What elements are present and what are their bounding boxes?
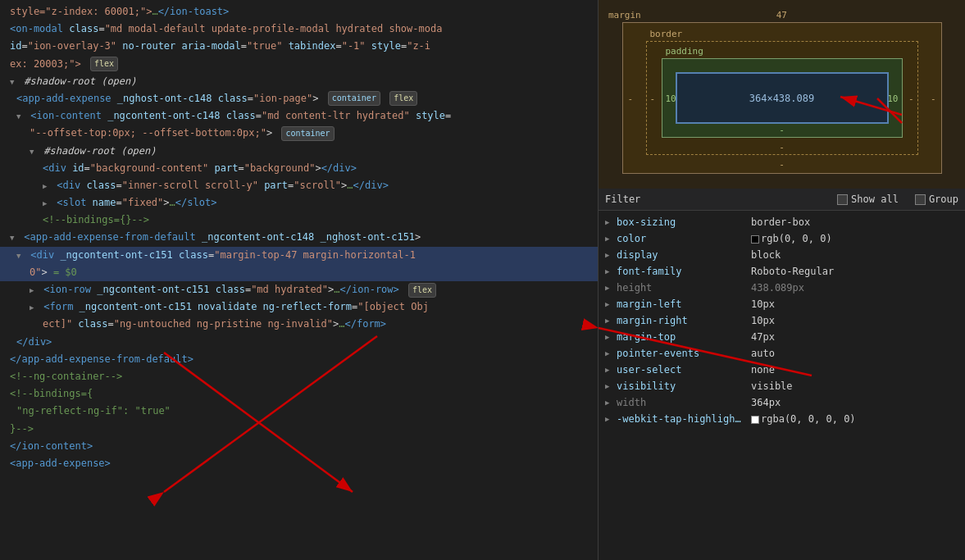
css-prop-row[interactable]: colorrgb(0, 0, 0) — [599, 230, 965, 247]
dom-line[interactable]: id="ion-overlay-3" no-router aria-modal=… — [0, 38, 598, 55]
prop-toggle[interactable] — [605, 234, 613, 243]
css-prop-row[interactable]: font-familyRoboto-Regular — [599, 263, 965, 280]
color-swatch — [751, 235, 759, 244]
dom-line[interactable]: <app-add-expense-from-default _ngcontent… — [0, 229, 598, 246]
box-model-diagram: margin 47 - - - border - - - paddi — [599, 0, 965, 189]
dom-line[interactable]: "--offset-top:0px; --offset-bottom:0px;"… — [0, 125, 598, 142]
prop-name: margin-right — [617, 315, 748, 326]
prop-value: auto — [751, 348, 775, 359]
prop-value: rgba(0, 0, 0, 0) — [751, 413, 856, 425]
dom-line[interactable]: <!--ng-container--> — [0, 368, 598, 385]
show-all-checkbox-group[interactable]: Show all — [837, 193, 899, 205]
prop-name: display — [617, 249, 748, 261]
prop-toggle[interactable] — [605, 300, 613, 308]
dom-line[interactable]: <!--bindings={}--> — [0, 212, 598, 229]
dom-line[interactable]: <div _ngcontent-ont-c151 class="margin-t… — [0, 247, 598, 264]
prop-value: visible — [751, 380, 793, 392]
css-prop-row[interactable]: width364px — [599, 394, 965, 411]
prop-toggle[interactable] — [605, 267, 613, 275]
prop-name: color — [617, 233, 748, 244]
dom-line[interactable]: style="z-index: 60001;">…</ion-toast> — [0, 3, 598, 20]
dom-line[interactable]: ect]" class="ng-untouched ng-pristine ng… — [0, 316, 598, 333]
group-checkbox[interactable] — [915, 194, 926, 205]
content-size: 364×438.089 — [749, 93, 814, 104]
group-label: Group — [929, 193, 958, 205]
dom-line[interactable]: </app-add-expense-from-default> — [0, 351, 598, 368]
dom-panel: style="z-index: 60001;">…</ion-toast><on… — [0, 0, 599, 560]
prop-toggle[interactable] — [605, 382, 613, 390]
prop-toggle[interactable] — [605, 251, 613, 259]
dom-line[interactable]: 0"> = $0 — [0, 264, 598, 281]
css-prop-row[interactable]: height438.089px — [599, 280, 965, 296]
border-right-dash: - — [908, 93, 914, 103]
prop-toggle[interactable] — [605, 366, 613, 374]
dom-line[interactable]: <on-modal class="md modal-default update… — [0, 20, 598, 38]
prop-toggle[interactable] — [605, 398, 613, 407]
prop-value: none — [751, 364, 775, 376]
margin-top-value: 47 — [776, 10, 787, 20]
prop-value: 10px — [751, 298, 775, 310]
css-prop-row[interactable]: pointer-eventsauto — [599, 345, 965, 362]
prop-value: 10px — [751, 315, 775, 326]
filter-label: Filter — [605, 193, 640, 205]
prop-name: height — [617, 282, 748, 294]
prop-value: border-box — [751, 216, 810, 228]
dom-content: style="z-index: 60001;">…</ion-toast><on… — [0, 0, 598, 476]
dom-line[interactable]: <form _ngcontent-ont-c151 novalidate ng-… — [0, 298, 598, 316]
css-prop-row[interactable]: margin-right10px — [599, 312, 965, 329]
prop-name: user-select — [617, 364, 748, 376]
border-left-dash: - — [650, 93, 656, 103]
dom-line[interactable]: </ion-content> — [0, 438, 598, 455]
css-prop-row[interactable]: user-selectnone — [599, 362, 965, 378]
css-prop-row[interactable]: margin-left10px — [599, 296, 965, 312]
dom-line[interactable]: <div class="inner-scroll scroll-y" part=… — [0, 177, 598, 194]
dom-line[interactable]: ex: 20003;"> flex — [0, 56, 598, 73]
css-properties-list[interactable]: box-sizingborder-boxcolorrgb(0, 0, 0)dis… — [599, 211, 965, 560]
css-prop-row[interactable]: box-sizingborder-box — [599, 214, 965, 230]
group-checkbox-group[interactable]: Group — [915, 193, 958, 205]
prop-toggle[interactable] — [605, 316, 613, 325]
margin-right-dash: - — [931, 93, 936, 103]
prop-name: margin-left — [617, 298, 748, 310]
prop-name: -webkit-tap-highligh… — [617, 413, 748, 425]
prop-toggle[interactable] — [605, 415, 613, 423]
prop-name: margin-top — [617, 331, 748, 343]
prop-toggle[interactable] — [605, 333, 613, 341]
prop-value: 438.089px — [751, 282, 804, 294]
dom-line[interactable]: <ion-row _ngcontent-ont-c151 class="md h… — [0, 281, 598, 298]
dom-line[interactable]: }--> — [0, 421, 598, 438]
right-panel: margin 47 - - - border - - - paddi — [599, 0, 965, 560]
prop-toggle[interactable] — [605, 349, 613, 357]
show-all-checkbox[interactable] — [837, 194, 848, 205]
css-prop-row[interactable]: -webkit-tap-highligh…rgba(0, 0, 0, 0) — [599, 411, 965, 427]
dom-line[interactable]: </div> — [0, 334, 598, 351]
padding-label: padding — [666, 46, 703, 57]
css-prop-row[interactable]: displayblock — [599, 247, 965, 263]
prop-toggle[interactable] — [605, 218, 613, 226]
prop-value: 47px — [751, 331, 775, 343]
prop-name: box-sizing — [617, 216, 748, 228]
dom-line[interactable]: <slot name="fixed">…</slot> — [0, 194, 598, 212]
prop-value: Roboto-Regular — [751, 266, 834, 277]
padding-bottom-dash: - — [779, 125, 785, 135]
dom-line[interactable]: <ion-content _ngcontent-ont-c148 class="… — [0, 107, 598, 125]
dom-line[interactable]: <app-add-expense _nghost-ont-c148 class=… — [0, 90, 598, 107]
show-all-label: Show all — [851, 193, 899, 205]
padding-right-val: 10 — [887, 93, 898, 103]
dom-line[interactable]: "ng-reflect-ng-if": "true" — [0, 403, 598, 420]
prop-name: visibility — [617, 380, 748, 392]
prop-value: block — [751, 249, 781, 261]
prop-toggle[interactable] — [605, 284, 613, 292]
dom-line[interactable]: #shadow-root (open) — [0, 73, 598, 90]
dom-line[interactable]: <app-add-expense> — [0, 455, 598, 472]
margin-bottom-dash: - — [779, 159, 785, 170]
css-prop-row[interactable]: visibilityvisible — [599, 378, 965, 394]
dom-line[interactable]: <!--bindings={ — [0, 385, 598, 403]
prop-name: font-family — [617, 266, 748, 277]
dom-line[interactable]: #shadow-root (open) — [0, 143, 598, 160]
css-prop-row[interactable]: margin-top47px — [599, 329, 965, 345]
dom-line[interactable]: <div id="background-content" part="backg… — [0, 160, 598, 177]
margin-left-dash: - — [628, 93, 634, 103]
dom-tree[interactable]: style="z-index: 60001;">…</ion-toast><on… — [0, 0, 599, 560]
css-filter-bar: Filter Show all Group — [599, 189, 965, 211]
